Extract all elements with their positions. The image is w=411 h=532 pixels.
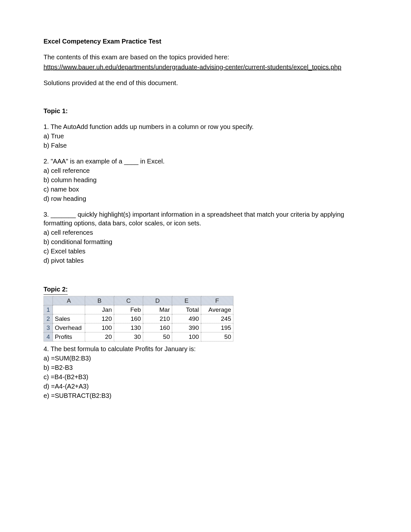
- intro-text: The contents of this exam are based on t…: [44, 53, 367, 62]
- q2-stem: 2. "AAA" is an example of a ____ in Exce…: [44, 157, 367, 166]
- q3-option-d: d) pivot tables: [44, 256, 367, 265]
- cell-D4: 50: [143, 332, 172, 341]
- table-row: 3 Overhead 100 130 160 390 195: [44, 323, 233, 332]
- q3-option-a: a) cell references: [44, 228, 367, 237]
- topics-link[interactable]: https://www.bauer.uh.edu/departments/und…: [44, 64, 341, 71]
- q1-stem: 1. The AutoAdd function adds up numbers …: [44, 123, 367, 131]
- page-title: Excel Competency Exam Practice Test: [44, 37, 367, 46]
- col-header-D: D: [143, 296, 172, 305]
- row-num-4: 4: [44, 332, 53, 341]
- q4-option-b: b) =B2-B3: [44, 363, 367, 372]
- cell-C3: 130: [114, 323, 143, 332]
- cell-C4: 30: [114, 332, 143, 341]
- q1-option-a: a) True: [44, 132, 367, 141]
- cell-D1: Mar: [143, 305, 172, 314]
- cell-B1: Jan: [85, 305, 114, 314]
- col-header-B: B: [85, 296, 114, 305]
- cell-C1: Feb: [114, 305, 143, 314]
- cell-D3: 160: [143, 323, 172, 332]
- q4-option-c: c) =B4-(B2+B3): [44, 373, 367, 381]
- solutions-note: Solutions provided at the end of this do…: [44, 79, 367, 87]
- q2-option-d: d) row heading: [44, 194, 367, 203]
- q4-stem: 4. The best formula to calculate Profits…: [44, 345, 367, 353]
- col-header-C: C: [114, 296, 143, 305]
- cell-B3: 100: [85, 323, 114, 332]
- q2-option-a: a) cell reference: [44, 166, 367, 175]
- row-num-3: 3: [44, 323, 53, 332]
- topic-1-heading: Topic 1:: [44, 107, 367, 115]
- question-2: 2. "AAA" is an example of a ____ in Exce…: [44, 157, 367, 203]
- cell-B2: 120: [85, 314, 114, 323]
- q3-stem: 3. _______ quickly highlight(s) importan…: [44, 210, 367, 228]
- cell-F1: Average: [201, 305, 233, 314]
- cell-D2: 210: [143, 314, 172, 323]
- cell-E4: 100: [172, 332, 201, 341]
- cell-A2: Sales: [53, 314, 85, 323]
- column-header-row: A B C D E F: [44, 296, 233, 305]
- q4-option-d: d) =A4-(A2+A3): [44, 382, 367, 391]
- cell-C2: 160: [114, 314, 143, 323]
- q4-option-e: e) =SUBTRACT(B2:B3): [44, 391, 367, 400]
- cell-F3: 195: [201, 323, 233, 332]
- cell-E1: Total: [172, 305, 201, 314]
- question-3: 3. _______ quickly highlight(s) importan…: [44, 210, 367, 265]
- cell-E3: 390: [172, 323, 201, 332]
- excel-table: A B C D E F 1 Jan Feb Mar Total Average …: [44, 296, 367, 341]
- q3-option-b: b) conditional formatting: [44, 238, 367, 246]
- corner-cell: [44, 296, 53, 305]
- q2-option-c: c) name box: [44, 185, 367, 194]
- table-row: 1 Jan Feb Mar Total Average: [44, 305, 233, 314]
- cell-A3: Overhead: [53, 323, 85, 332]
- q2-option-b: b) column heading: [44, 176, 367, 184]
- cell-B4: 20: [85, 332, 114, 341]
- topic-2-heading: Topic 2:: [44, 285, 68, 295]
- q1-option-b: b) False: [44, 141, 367, 150]
- table-row: 2 Sales 120 160 210 490 245: [44, 314, 233, 323]
- cell-F4: 50: [201, 332, 233, 341]
- table-row: 4 Profits 20 30 50 100 50: [44, 332, 233, 341]
- question-1: 1. The AutoAdd function adds up numbers …: [44, 123, 367, 150]
- col-header-A: A: [53, 296, 85, 305]
- spreadsheet: A B C D E F 1 Jan Feb Mar Total Average …: [44, 296, 233, 341]
- col-header-F: F: [201, 296, 233, 305]
- cell-A1: [53, 305, 85, 314]
- row-num-1: 1: [44, 305, 53, 314]
- cell-F2: 245: [201, 314, 233, 323]
- question-4: 4. The best formula to calculate Profits…: [44, 345, 367, 400]
- q4-option-a: a) =SUM(B2:B3): [44, 354, 367, 363]
- cell-A4: Profits: [53, 332, 85, 341]
- col-header-E: E: [172, 296, 201, 305]
- q3-option-c: c) Excel tables: [44, 247, 367, 256]
- cell-E2: 490: [172, 314, 201, 323]
- row-num-2: 2: [44, 314, 53, 323]
